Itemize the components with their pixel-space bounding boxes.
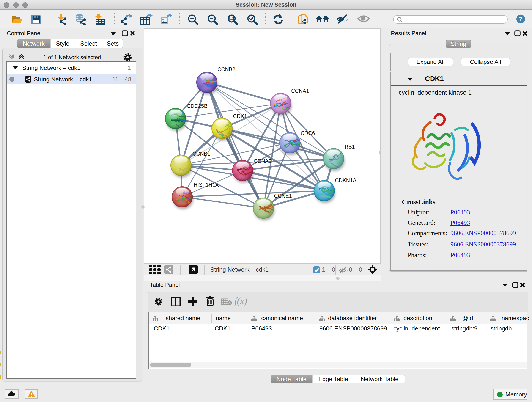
svg-text:CCNA2: CCNA2 (254, 158, 272, 164)
svg-text:CCNA1: CCNA1 (291, 88, 309, 94)
svg-text:CCNB2: CCNB2 (217, 66, 235, 72)
svg-text:CDK1: CDK1 (233, 113, 247, 119)
svg-text:CCNE1: CCNE1 (274, 193, 292, 199)
svg-text:RB1: RB1 (345, 144, 355, 150)
svg-text:CDC6: CDC6 (301, 130, 315, 136)
svg-text:HIST1H1A: HIST1H1A (194, 182, 219, 188)
svg-text:?: ? (519, 15, 523, 23)
svg-text:CDKN1A: CDKN1A (335, 177, 356, 183)
svg-text:CCNB1: CCNB1 (192, 151, 210, 157)
svg-text:CDC25B: CDC25B (187, 103, 208, 109)
